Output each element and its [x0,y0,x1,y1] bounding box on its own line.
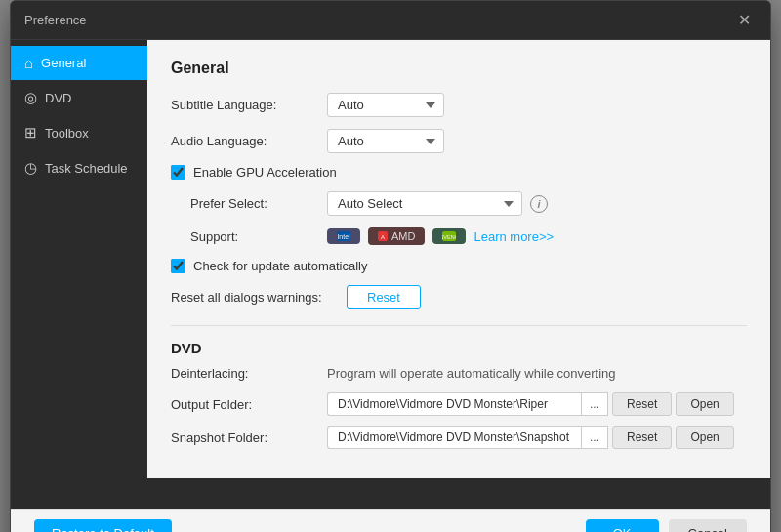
prefer-select-label: Prefer Select: [190,196,327,211]
subtitle-language-label: Subtitle Language: [171,98,327,112]
deinterlacing-row: Deinterlacing: Program will operate auto… [171,366,747,381]
intel-badge: Intel [327,228,360,244]
gpu-acceleration-checkbox[interactable] [171,165,185,180]
close-button[interactable]: ✕ [732,9,757,31]
dvd-icon: ◎ [24,89,37,106]
restore-default-button[interactable]: Restore to Default [34,519,172,532]
prefer-select-dropdown[interactable]: Auto Select [327,191,522,216]
output-folder-reset-button[interactable]: Reset [612,392,672,416]
reset-dialogs-label: Reset all dialogs warnings: [171,290,347,305]
section-divider [171,325,747,326]
reset-dialogs-button[interactable]: Reset [347,285,421,309]
snapshot-folder-label: Snapshot Folder: [171,430,327,445]
snapshot-folder-open-button[interactable]: Open [676,426,733,449]
prefer-select-wrap: Auto Select i [327,191,548,216]
sidebar-item-general[interactable]: ⌂ General [11,46,147,80]
ok-button[interactable]: OK [586,519,659,532]
sidebar-item-toolbox[interactable]: ⊞ Toolbox [11,115,147,150]
svg-text:A: A [381,234,385,240]
sidebar-label-task-schedule: Task Schedule [45,161,128,176]
check-update-checkbox[interactable] [171,259,185,273]
home-icon: ⌂ [24,55,33,71]
dialog-body: ⌂ General ◎ DVD ⊞ Toolbox ◷ Task Schedul… [11,40,770,509]
svg-text:Intel: Intel [337,233,350,240]
snapshot-folder-input[interactable] [327,426,581,449]
snapshot-folder-more-button[interactable]: ... [581,426,608,449]
content-wrap: General Subtitle Language: Auto Audio La… [147,40,770,509]
sidebar: ⌂ General ◎ DVD ⊞ Toolbox ◷ Task Schedul… [11,40,147,509]
support-row: Support: Intel A AMD NVENC Learn more>> [190,227,747,245]
reset-dialogs-row: Reset all dialogs warnings: Reset [171,285,747,309]
clock-icon: ◷ [24,159,37,177]
sidebar-item-dvd[interactable]: ◎ DVD [11,80,147,115]
subtitle-language-row: Subtitle Language: Auto [171,93,747,117]
preference-dialog: Preference ✕ ⌂ General ◎ DVD ⊞ Toolbox ◷… [10,0,771,532]
subtitle-language-select[interactable]: Auto [327,93,444,117]
nvidia-badge: NVENC [432,228,466,244]
check-update-label: Check for update automatically [193,259,367,273]
snapshot-folder-row: Snapshot Folder: ... Reset Open [171,426,747,449]
amd-logo-icon: A [378,231,388,241]
dialog-title: Preference [24,13,87,27]
intel-logo-icon: Intel [337,231,350,241]
prefer-select-row: Prefer Select: Auto Select i [190,191,747,216]
support-badges: Intel A AMD NVENC Learn more>> [327,227,554,245]
nvidia-logo-icon: NVENC [442,231,456,241]
dialog-footer: Restore to Default OK Cancel [11,509,770,532]
content-area: General Subtitle Language: Auto Audio La… [147,40,770,478]
sidebar-label-dvd: DVD [45,91,71,105]
title-bar: Preference ✕ [11,1,770,40]
deinterlacing-value: Program will operate automatically while… [327,366,616,381]
dvd-section-title: DVD [171,340,747,356]
gpu-acceleration-label: Enable GPU Acceleration [193,165,337,180]
output-folder-more-button[interactable]: ... [581,392,608,416]
output-folder-row: Output Folder: ... Reset Open [171,392,747,416]
audio-language-label: Audio Language: [171,134,327,148]
support-label: Support: [190,229,327,244]
check-update-row: Check for update automatically [171,259,747,273]
audio-language-select[interactable]: Auto [327,129,444,153]
output-folder-label: Output Folder: [171,397,327,412]
sidebar-item-task-schedule[interactable]: ◷ Task Schedule [11,150,147,185]
info-icon[interactable]: i [530,195,548,213]
deinterlacing-label: Deinterlacing: [171,366,327,381]
output-folder-open-button[interactable]: Open [676,392,733,416]
svg-text:NVENC: NVENC [442,234,456,240]
audio-language-row: Audio Language: Auto [171,129,747,153]
snapshot-folder-reset-button[interactable]: Reset [612,426,672,449]
gpu-acceleration-row: Enable GPU Acceleration [171,165,747,180]
sidebar-label-toolbox: Toolbox [45,126,89,141]
output-folder-input[interactable] [327,392,581,416]
learn-more-link[interactable]: Learn more>> [473,229,554,244]
cancel-button[interactable]: Cancel [669,519,747,532]
toolbox-icon: ⊞ [24,124,37,142]
footer-right-buttons: OK Cancel [586,519,747,532]
general-section-title: General [171,60,747,77]
amd-badge: A AMD [368,227,425,245]
sidebar-label-general: General [41,56,86,70]
